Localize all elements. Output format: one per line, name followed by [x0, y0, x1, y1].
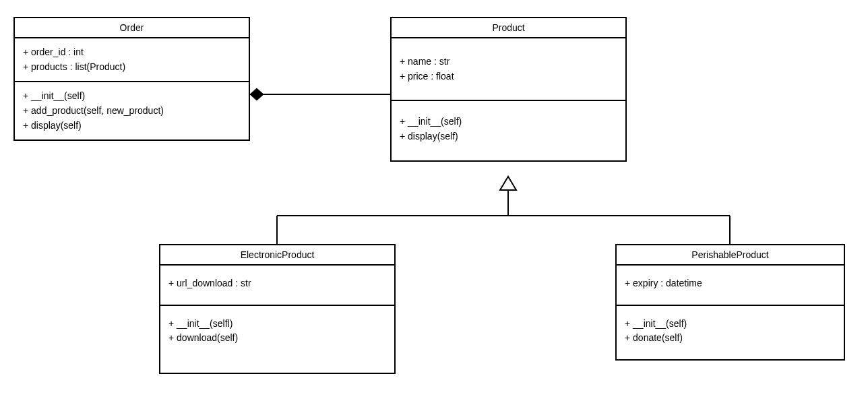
- class-electronic-product-methods: + __init__(selfl) + download(self): [160, 306, 394, 373]
- method: + download(self): [168, 331, 386, 346]
- class-perishable-product-methods: + __init__(self) + donate(self): [617, 306, 844, 359]
- method: + display(self): [400, 129, 617, 144]
- class-perishable-product-name: PerishableProduct: [617, 245, 844, 266]
- method: + __init__(self): [23, 89, 241, 104]
- method: + __init__(self): [625, 317, 836, 332]
- method: + donate(self): [625, 331, 836, 346]
- class-electronic-product-name: ElectronicProduct: [160, 245, 394, 266]
- class-order-methods: + __init__(self) + add_product(self, new…: [15, 82, 249, 140]
- class-perishable-product: PerishableProduct + expiry : datetime + …: [615, 244, 845, 361]
- attr: + expiry : datetime: [625, 276, 836, 291]
- attr: + price : float: [400, 69, 617, 84]
- method: + __init__(selfl): [168, 317, 386, 332]
- attr: + name : str: [400, 55, 617, 69]
- class-product-attributes: + name : str + price : float: [392, 38, 625, 101]
- class-perishable-product-attributes: + expiry : datetime: [617, 266, 844, 306]
- class-product-name: Product: [392, 18, 625, 38]
- class-order-name: Order: [15, 18, 249, 38]
- method: + add_product(self, new_product): [23, 104, 241, 119]
- class-product: Product + name : str + price : float + _…: [390, 17, 627, 162]
- class-electronic-product-attributes: + url_download : str: [160, 266, 394, 306]
- attr: + order_id : int: [23, 45, 241, 60]
- method: + display(self): [23, 119, 241, 133]
- inheritance-arrowhead: [500, 177, 516, 190]
- method: + __init__(self): [400, 115, 617, 129]
- class-order-attributes: + order_id : int + products : list(Produ…: [15, 38, 249, 82]
- composition-diamond: [250, 88, 264, 100]
- class-electronic-product: ElectronicProduct + url_download : str +…: [159, 244, 396, 374]
- attr: + url_download : str: [168, 276, 386, 291]
- attr: + products : list(Product): [23, 60, 241, 75]
- class-product-methods: + __init__(self) + display(self): [392, 101, 625, 160]
- class-order: Order + order_id : int + products : list…: [13, 17, 250, 141]
